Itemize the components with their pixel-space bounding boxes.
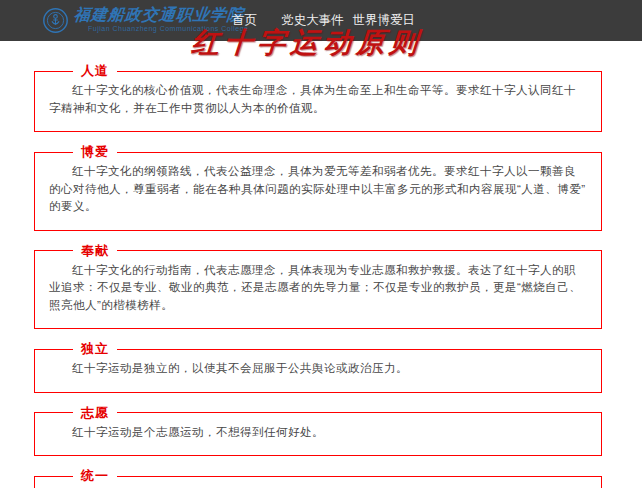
school-name-cn: 福建船政交通职业学院 [73,5,250,25]
nav-item-party-history[interactable]: 党史大事件 [281,12,344,29]
top-header-bar: 福建船政交通职业学院 Fujian Chuanzheng Communicati… [0,0,642,41]
school-name-en: Fujian Chuanzheng Communications College [88,25,248,32]
section-title: 统一 [73,467,117,485]
section-text: 红十字文化的纲领路线，代表公益理念，具体为爱无等差和弱者优先。要求红十字人以一颗… [49,163,587,216]
section-title: 独立 [73,340,117,358]
section-dedication: 奉献 红十字文化的行动指南，代表志愿理念，具体表现为专业志愿和救护救援。表达了红… [34,242,602,330]
section-text: 红十字文化的行动指南，代表志愿理念，具体表现为专业志愿和救护救援。表达了红十字人… [49,262,587,315]
section-text: 红十字运动是个志愿运动，不想得到任何好处。 [49,424,587,442]
main-nav: 首页 党史大事件 世界博爱日 [232,0,415,41]
section-text: 红十字文化的核心价值观，代表生命理念，具体为生命至上和生命平等。要求红十字人认同… [49,82,587,117]
section-title: 博爱 [73,143,117,161]
principles-list: 人道 红十字文化的核心价值观，代表生命理念，具体为生命至上和生命平等。要求红十字… [0,62,642,488]
school-logo-text: 福建船政交通职业学院 Fujian Chuanzheng Communicati… [74,5,248,32]
nav-item-world-philanthropy-day[interactable]: 世界博爱日 [353,12,416,29]
section-text: 红十字运动是独立的，以使其不会屈服于公共舆论或政治压力。 [49,360,587,378]
section-independence: 独立 红十字运动是独立的，以使其不会屈服于公共舆论或政治压力。 [34,340,602,393]
school-logo[interactable]: 福建船政交通职业学院 Fujian Chuanzheng Communicati… [42,5,248,34]
nav-item-home[interactable]: 首页 [232,12,257,29]
section-fraternity: 博爱 红十字文化的纲领路线，代表公益理念，具体为爱无等差和弱者优先。要求红十字人… [34,143,602,231]
section-humanity: 人道 红十字文化的核心价值观，代表生命理念，具体为生命至上和生命平等。要求红十字… [34,62,602,132]
section-title: 志愿 [73,404,117,422]
section-title: 人道 [73,62,117,80]
section-unity: 统一 为确保所有人都能得到帮助，一个国家只能有一个的红十字会，对所有人都一视同仁… [34,467,602,488]
section-voluntary: 志愿 红十字运动是个志愿运动，不想得到任何好处。 [34,404,602,457]
school-emblem-icon [42,7,69,34]
section-title: 奉献 [73,242,117,260]
